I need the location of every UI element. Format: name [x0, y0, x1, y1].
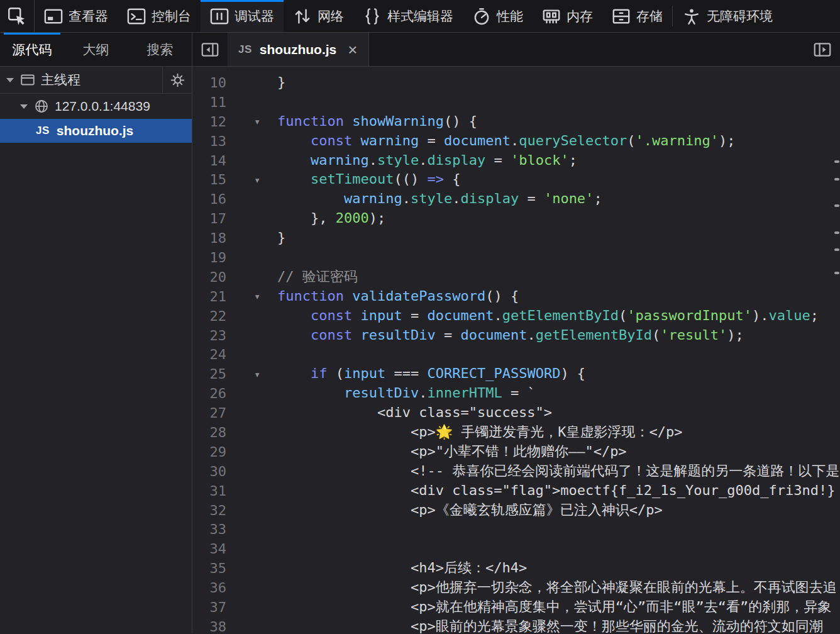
line-number[interactable]: 35 — [192, 560, 226, 576]
code-line-text: // 验证密码 — [277, 267, 840, 287]
line-number[interactable]: 33 — [192, 521, 226, 537]
line-number[interactable]: 30 — [192, 464, 226, 479]
code-line-text: const input = document.getElementById('p… — [277, 306, 840, 326]
tab-sources[interactable]: 源代码 — [0, 33, 64, 66]
code-line-text: <p>🌟 手镯迸发青光，K皇虚影浮现：</p> — [277, 423, 840, 442]
sources-settings-button[interactable] — [162, 67, 192, 93]
line-number[interactable]: 26 — [192, 386, 226, 401]
line-number[interactable]: 12 — [192, 114, 226, 130]
network-icon — [293, 7, 312, 26]
tab-outline[interactable]: 大纲 — [64, 33, 128, 66]
collapse-sources-pane-button[interactable] — [192, 33, 228, 66]
code-line: 36 <p>他摒弃一切杂念，将全部心神凝聚在眼前的光幕上。不再试图去追 — [192, 578, 840, 598]
code-line: 26 resultDiv.innerHTML = ` — [192, 384, 840, 403]
code-line: 27 <div class="success"> — [192, 403, 840, 423]
code-line: 22 const input = document.getElementById… — [192, 306, 840, 326]
code-line-text: warning.style.display = 'none'; — [277, 189, 840, 209]
line-number[interactable]: 20 — [192, 269, 226, 285]
tool-tab-inspector[interactable]: 查看器 — [35, 0, 118, 32]
close-tab-icon[interactable]: × — [348, 42, 357, 58]
line-number[interactable]: 32 — [192, 503, 226, 518]
fold-toggle-icon[interactable]: ▾ — [249, 115, 265, 128]
scrollbar[interactable] — [834, 67, 840, 633]
tool-tab-accessibility[interactable]: 无障碍环境 — [673, 0, 782, 32]
tool-tab-label: 存储 — [636, 8, 663, 25]
code-line: 19 — [192, 248, 840, 267]
line-number[interactable]: 24 — [192, 347, 226, 362]
storage-icon — [612, 7, 631, 26]
debugger-panel-tabs: 源代码 大纲 搜索 — [0, 33, 192, 66]
tool-tab-styleeditor[interactable]: 样式编辑器 — [353, 0, 463, 32]
tool-tab-label: 样式编辑器 — [387, 8, 453, 25]
code-line-text: warning.style.display = 'block'; — [277, 151, 840, 170]
editor-lines: 10}1112▾function showWarning() {13 const… — [192, 73, 840, 633]
scrollbar-tick — [834, 231, 839, 234]
line-number[interactable]: 37 — [192, 599, 226, 615]
tab-search[interactable]: 搜索 — [128, 33, 192, 66]
line-number[interactable]: 34 — [192, 541, 226, 557]
twisty-down-icon[interactable] — [20, 104, 28, 109]
line-number[interactable]: 19 — [192, 250, 226, 265]
tool-tab-label: 网络 — [318, 8, 344, 25]
code-line: 29 <p>"小辈不错！此物赠你——"</p> — [192, 442, 840, 462]
code-line: 16 warning.style.display = 'none'; — [192, 189, 840, 209]
debugger-main: 主线程 127.0.0.1:44839 JS shouzhuo.js 10}11 — [0, 67, 840, 633]
line-number[interactable]: 38 — [192, 619, 226, 633]
code-line: 18} — [192, 228, 840, 248]
code-line: 11 — [192, 92, 840, 112]
line-number[interactable]: 18 — [192, 230, 226, 246]
fold-toggle-icon[interactable]: ▾ — [249, 290, 265, 303]
pick-element-button[interactable] — [0, 0, 35, 32]
twisty-down-icon[interactable] — [6, 78, 14, 82]
tool-tab-performance[interactable]: 性能 — [463, 0, 533, 32]
style-editor-icon — [363, 7, 382, 26]
window-icon — [20, 72, 35, 87]
line-number[interactable]: 29 — [192, 444, 226, 460]
line-number[interactable]: 36 — [192, 580, 226, 596]
line-number[interactable]: 16 — [192, 191, 226, 207]
line-number[interactable]: 21 — [192, 289, 226, 304]
origin-row[interactable]: 127.0.0.1:44839 — [0, 94, 192, 119]
line-number[interactable]: 13 — [192, 133, 226, 149]
code-line: 13 const warning = document.querySelecto… — [192, 131, 840, 151]
tool-tab-console[interactable]: 控制台 — [118, 0, 201, 32]
scrollbar-tick — [834, 178, 839, 181]
line-number[interactable]: 15 — [192, 172, 226, 187]
fold-toggle-icon[interactable]: ▾ — [249, 368, 265, 381]
tab-strip-spacer — [369, 33, 805, 66]
source-file-row-selected[interactable]: JS shouzhuo.js — [0, 119, 192, 143]
code-line: 24 — [192, 345, 840, 364]
line-number[interactable]: 11 — [192, 94, 226, 110]
line-number[interactable]: 17 — [192, 211, 226, 226]
code-line-text: if (input === CORRECT_PASSWORD) { — [277, 364, 840, 384]
expand-panes-button[interactable] — [805, 33, 840, 66]
tool-tab-debugger[interactable]: 调试器 — [201, 0, 284, 32]
code-line: 32 <p>《金曦玄轨感应篇》已注入神识</p> — [192, 501, 840, 520]
tool-tab-label: 控制台 — [152, 8, 191, 25]
line-number[interactable]: 10 — [192, 75, 226, 91]
code-line: 23 const resultDiv = document.getElement… — [192, 326, 840, 345]
line-number[interactable]: 25 — [192, 366, 226, 382]
code-line: 25▾ if (input === CORRECT_PASSWORD) { — [192, 364, 840, 384]
code-line: 12▾function showWarning() { — [192, 112, 840, 131]
accessibility-icon — [682, 7, 701, 26]
fold-toggle-icon[interactable]: ▾ — [249, 174, 265, 186]
source-file-tab[interactable]: JS shouzhuo.js × — [228, 33, 369, 66]
tool-tab-label: 性能 — [497, 8, 523, 25]
code-line-text: <p>《金曦玄轨感应篇》已注入神识</p> — [277, 501, 840, 520]
code-line-text: <p>就在他精神高度集中，尝试用“心”而非“眼”去“看”的刹那，异象 — [277, 598, 840, 617]
line-number[interactable]: 23 — [192, 328, 226, 343]
line-number[interactable]: 22 — [192, 308, 226, 324]
code-line: 38 <p>眼前的光幕景象骤然一变！那些华丽的金光、流动的符文如同潮 — [192, 617, 840, 633]
line-number[interactable]: 31 — [192, 483, 226, 499]
main-thread-row[interactable]: 主线程 — [0, 67, 192, 94]
line-number[interactable]: 27 — [192, 405, 226, 421]
js-file-icon: JS — [238, 43, 252, 56]
line-number[interactable]: 14 — [192, 153, 226, 169]
code-line: 31 <div class="flag">moectf{f_i2_1s_Your… — [192, 481, 840, 501]
line-number[interactable]: 28 — [192, 425, 226, 440]
tool-tab-network[interactable]: 网络 — [284, 0, 353, 32]
tool-tab-memory[interactable]: 内存 — [533, 0, 602, 32]
code-editor[interactable]: 10}1112▾function showWarning() {13 const… — [192, 67, 840, 633]
tool-tab-storage[interactable]: 存储 — [602, 0, 672, 32]
